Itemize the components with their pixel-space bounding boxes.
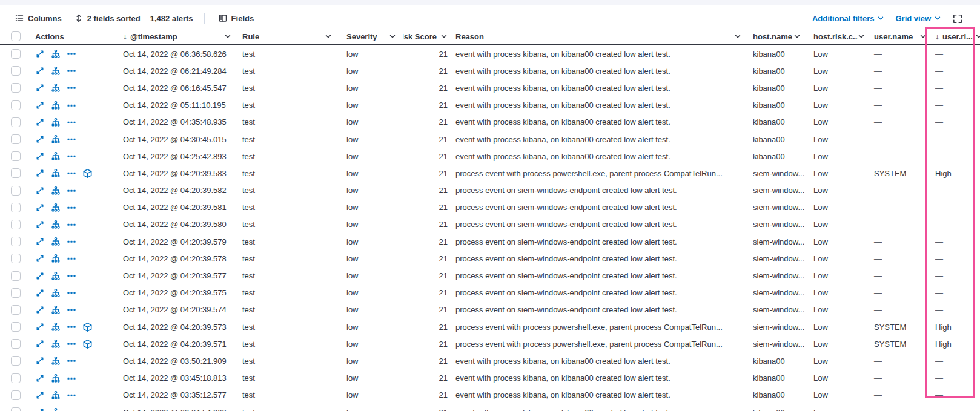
expand-alert-icon[interactable]: [35, 271, 45, 281]
row-checkbox[interactable]: [11, 305, 21, 315]
more-actions-icon[interactable]: [67, 134, 76, 144]
analyzer-tree-icon[interactable]: [51, 151, 61, 161]
header-user-name[interactable]: user.name: [869, 32, 929, 41]
row-checkbox[interactable]: [11, 254, 21, 263]
analyze-event-cube-icon[interactable]: [82, 322, 92, 332]
row-checkbox[interactable]: [11, 134, 21, 144]
expand-alert-icon[interactable]: [35, 66, 45, 76]
more-actions-icon[interactable]: [67, 186, 76, 196]
header-reason[interactable]: Reason: [451, 32, 749, 41]
row-checkbox[interactable]: [11, 66, 21, 76]
analyzer-tree-icon[interactable]: [51, 356, 61, 366]
row-checkbox[interactable]: [11, 407, 21, 411]
row-checkbox[interactable]: [11, 322, 21, 332]
expand-alert-icon[interactable]: [35, 151, 45, 161]
expand-alert-icon[interactable]: [35, 186, 45, 196]
header-host-risk[interactable]: host.risk.c...: [808, 32, 869, 41]
analyzer-tree-icon[interactable]: [51, 117, 61, 127]
more-actions-icon[interactable]: [67, 254, 76, 263]
analyzer-tree-icon[interactable]: [51, 390, 61, 400]
expand-alert-icon[interactable]: [35, 100, 45, 110]
expand-alert-icon[interactable]: [35, 117, 45, 127]
analyzer-tree-icon[interactable]: [51, 83, 61, 93]
row-checkbox[interactable]: [11, 237, 21, 246]
additional-filters-button[interactable]: Additional filters: [812, 14, 885, 23]
chevron-down-icon[interactable]: [858, 33, 865, 40]
expand-alert-icon[interactable]: [35, 390, 45, 400]
more-actions-icon[interactable]: [67, 356, 76, 366]
row-checkbox[interactable]: [11, 168, 21, 178]
row-checkbox[interactable]: [11, 151, 21, 161]
expand-alert-icon[interactable]: [35, 237, 45, 246]
header-rule[interactable]: Rule: [239, 32, 339, 41]
more-actions-icon[interactable]: [67, 288, 76, 298]
fullscreen-button[interactable]: [952, 13, 962, 23]
chevron-down-icon[interactable]: [793, 33, 801, 40]
analyzer-tree-icon[interactable]: [51, 237, 61, 246]
expand-alert-icon[interactable]: [35, 254, 45, 263]
expand-alert-icon[interactable]: [35, 220, 45, 229]
row-checkbox[interactable]: [11, 100, 21, 110]
fields-button[interactable]: Fields: [214, 11, 258, 25]
more-actions-icon[interactable]: [67, 407, 76, 411]
analyzer-tree-icon[interactable]: [51, 203, 61, 212]
chevron-down-icon[interactable]: [734, 33, 741, 40]
analyzer-tree-icon[interactable]: [51, 373, 61, 383]
fields-sorted-button[interactable]: 2 fields sorted: [70, 11, 144, 25]
more-actions-icon[interactable]: [67, 203, 76, 212]
more-actions-icon[interactable]: [67, 322, 76, 332]
analyzer-tree-icon[interactable]: [51, 339, 61, 349]
header-risk-score[interactable]: Risk Score: [403, 32, 451, 41]
more-actions-icon[interactable]: [67, 100, 76, 110]
chevron-down-icon[interactable]: [440, 33, 448, 40]
row-checkbox[interactable]: [11, 339, 21, 349]
analyzer-tree-icon[interactable]: [51, 186, 61, 196]
expand-alert-icon[interactable]: [35, 373, 45, 383]
analyzer-tree-icon[interactable]: [51, 271, 61, 281]
expand-alert-icon[interactable]: [35, 203, 45, 212]
more-actions-icon[interactable]: [67, 117, 76, 127]
more-actions-icon[interactable]: [67, 390, 76, 400]
grid-view-button[interactable]: Grid view: [895, 14, 941, 23]
more-actions-icon[interactable]: [67, 49, 76, 59]
more-actions-icon[interactable]: [67, 168, 76, 178]
analyzer-tree-icon[interactable]: [51, 322, 61, 332]
row-checkbox[interactable]: [11, 117, 21, 127]
more-actions-icon[interactable]: [67, 305, 76, 315]
analyzer-tree-icon[interactable]: [51, 254, 61, 263]
chevron-down-icon[interactable]: [975, 33, 980, 40]
analyzer-tree-icon[interactable]: [51, 288, 61, 298]
expand-alert-icon[interactable]: [35, 83, 45, 93]
row-checkbox[interactable]: [11, 83, 21, 93]
more-actions-icon[interactable]: [67, 220, 76, 229]
analyzer-tree-icon[interactable]: [51, 168, 61, 178]
more-actions-icon[interactable]: [67, 151, 76, 161]
analyze-event-cube-icon[interactable]: [82, 168, 92, 178]
row-checkbox[interactable]: [11, 288, 21, 298]
expand-alert-icon[interactable]: [35, 168, 45, 178]
row-checkbox[interactable]: [11, 203, 21, 212]
header-user-risk[interactable]: ↓ user.ri...: [929, 32, 980, 41]
header-timestamp[interactable]: ↓ @timestamp: [115, 32, 239, 41]
analyzer-tree-icon[interactable]: [51, 220, 61, 229]
row-checkbox[interactable]: [11, 373, 21, 383]
analyzer-tree-icon[interactable]: [51, 407, 61, 411]
analyzer-tree-icon[interactable]: [51, 66, 61, 76]
header-severity[interactable]: Severity: [339, 32, 403, 41]
analyzer-tree-icon[interactable]: [51, 305, 61, 315]
expand-alert-icon[interactable]: [35, 49, 45, 59]
more-actions-icon[interactable]: [67, 271, 76, 281]
row-checkbox[interactable]: [11, 220, 21, 229]
row-checkbox[interactable]: [11, 390, 21, 400]
more-actions-icon[interactable]: [67, 237, 76, 246]
chevron-down-icon[interactable]: [224, 33, 231, 40]
row-checkbox[interactable]: [11, 356, 21, 366]
columns-button[interactable]: Columns: [11, 11, 65, 25]
analyzer-tree-icon[interactable]: [51, 134, 61, 144]
expand-alert-icon[interactable]: [35, 339, 45, 349]
row-checkbox[interactable]: [11, 271, 21, 281]
analyze-event-cube-icon[interactable]: [82, 339, 92, 349]
more-actions-icon[interactable]: [67, 339, 76, 349]
analyzer-tree-icon[interactable]: [51, 100, 61, 110]
expand-alert-icon[interactable]: [35, 288, 45, 298]
